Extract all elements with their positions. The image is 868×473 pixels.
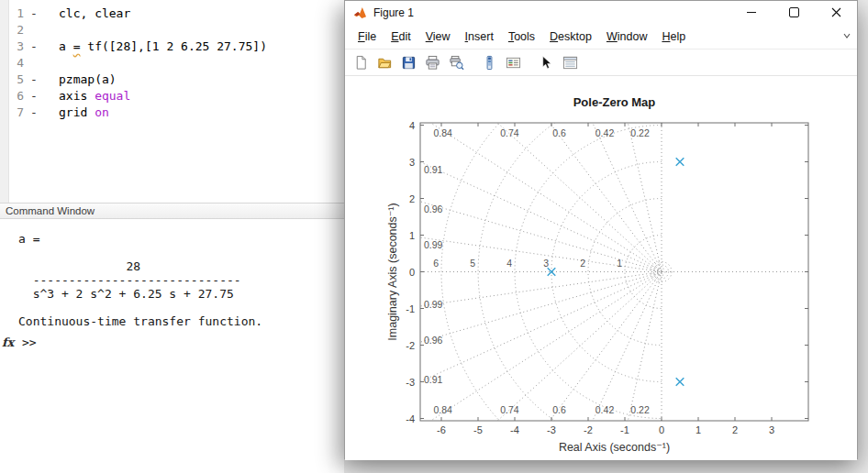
menu-file[interactable]: File bbox=[351, 28, 384, 46]
breakpoint-dash[interactable]: - bbox=[26, 88, 42, 104]
editor-line: 5-pzmap(a) bbox=[0, 72, 344, 88]
editor-line: 2 bbox=[0, 22, 344, 38]
menu-tools[interactable]: Tools bbox=[501, 28, 542, 46]
figure-menubar: FileEditViewInsertToolsDesktopWindowHelp bbox=[345, 24, 857, 50]
svg-text:4: 4 bbox=[409, 120, 415, 131]
svg-text:-2: -2 bbox=[406, 340, 415, 351]
line-number: 7 bbox=[0, 104, 26, 121]
svg-text:0.84: 0.84 bbox=[433, 404, 452, 415]
svg-text:0.6: 0.6 bbox=[552, 404, 566, 415]
command-window-output: a = 28 ----------------------------- s^3… bbox=[0, 220, 344, 328]
pole-marker bbox=[676, 158, 684, 166]
svg-text:0.22: 0.22 bbox=[630, 404, 650, 415]
svg-text:0.99: 0.99 bbox=[424, 239, 443, 250]
figure-window: Figure 1 FileEditViewInsertToolsDesktopW… bbox=[344, 0, 858, 459]
editor-line: 7-grid on bbox=[0, 104, 344, 121]
fx-icon[interactable]: fx bbox=[0, 336, 22, 349]
maximize-button[interactable] bbox=[773, 1, 815, 24]
svg-text:0.74: 0.74 bbox=[500, 127, 519, 138]
figure-toolbar bbox=[345, 50, 857, 76]
colorbar-icon[interactable] bbox=[478, 52, 500, 72]
menu-edit[interactable]: Edit bbox=[384, 28, 418, 46]
svg-text:1: 1 bbox=[696, 424, 701, 435]
svg-text:-6: -6 bbox=[437, 424, 446, 435]
code-editor[interactable]: 1-clc, clear23-a = tf([28],[1 2 6.25 27.… bbox=[0, 0, 344, 203]
line-number: 3 bbox=[0, 38, 26, 55]
menu-view[interactable]: View bbox=[418, 28, 458, 46]
open-folder-icon[interactable] bbox=[373, 52, 395, 72]
property-editor-icon[interactable] bbox=[559, 52, 581, 72]
breakpoint-dash[interactable]: - bbox=[26, 104, 42, 121]
print-preview-icon[interactable] bbox=[445, 52, 467, 72]
line-number: 1 bbox=[0, 6, 26, 22]
print-icon[interactable] bbox=[421, 52, 443, 72]
menu-overflow-icon[interactable] bbox=[842, 31, 851, 40]
maximize-icon bbox=[789, 7, 799, 17]
svg-text:3: 3 bbox=[543, 258, 549, 269]
minimize-button[interactable] bbox=[730, 1, 773, 24]
svg-text:1: 1 bbox=[617, 258, 622, 269]
pole-zero-plot: -6-5-4-3-2-10123-4-3-2-1012340.220.220.4… bbox=[345, 76, 857, 460]
svg-text:0.42: 0.42 bbox=[595, 404, 615, 415]
tick-marks bbox=[420, 123, 808, 421]
axes-box bbox=[420, 123, 808, 421]
svg-text:4: 4 bbox=[506, 258, 512, 269]
window-controls bbox=[730, 1, 857, 24]
line-number: 2 bbox=[0, 22, 26, 38]
code-text: clc, clear bbox=[42, 6, 130, 22]
svg-text:-2: -2 bbox=[584, 424, 593, 435]
svg-text:2: 2 bbox=[580, 258, 585, 269]
figure-title: Figure 1 bbox=[373, 6, 414, 19]
line-number: 5 bbox=[0, 72, 26, 88]
svg-text:0.99: 0.99 bbox=[424, 299, 443, 310]
command-window-title: Command Window bbox=[6, 205, 95, 216]
close-button[interactable] bbox=[815, 1, 857, 24]
svg-text:-1: -1 bbox=[620, 424, 629, 435]
y-axis-label: Imaginary Axis (seconds⁻¹) bbox=[386, 203, 399, 340]
editor-line: 6-axis equal bbox=[0, 88, 344, 104]
matlab-left-pane: 1-clc, clear23-a = tf([28],[1 2 6.25 27.… bbox=[0, 0, 344, 473]
menu-desktop[interactable]: Desktop bbox=[542, 28, 599, 46]
svg-text:0.42: 0.42 bbox=[595, 127, 615, 138]
command-window[interactable]: a = 28 ----------------------------- s^3… bbox=[0, 220, 344, 473]
editor-line: 3-a = tf([28],[1 2 6.25 27.75]) bbox=[0, 38, 344, 55]
command-prompt: >> bbox=[22, 336, 37, 349]
svg-text:6: 6 bbox=[433, 258, 439, 269]
svg-text:0: 0 bbox=[659, 424, 664, 435]
svg-text:0.84: 0.84 bbox=[433, 127, 452, 138]
command-window-header[interactable]: Command Window bbox=[0, 203, 344, 219]
menu-insert[interactable]: Insert bbox=[458, 28, 501, 46]
matlab-desktop: 1-clc, clear23-a = tf([28],[1 2 6.25 27.… bbox=[0, 0, 868, 473]
svg-text:0.74: 0.74 bbox=[500, 404, 519, 415]
legend-icon[interactable] bbox=[502, 52, 524, 72]
breakpoint-dash[interactable] bbox=[26, 22, 42, 38]
editor-lines: 1-clc, clear23-a = tf([28],[1 2 6.25 27.… bbox=[0, 0, 344, 121]
figure-canvas: -6-5-4-3-2-10123-4-3-2-1012340.220.220.4… bbox=[345, 76, 857, 460]
close-icon bbox=[831, 7, 841, 17]
code-text: pzmap(a) bbox=[42, 72, 117, 88]
svg-text:3: 3 bbox=[769, 424, 774, 435]
code-text: a = tf([28],[1 2 6.25 27.75]) bbox=[42, 38, 267, 55]
svg-text:0.96: 0.96 bbox=[424, 335, 443, 346]
editor-line: 4 bbox=[0, 55, 344, 72]
menu-help[interactable]: Help bbox=[654, 28, 693, 46]
breakpoint-dash[interactable] bbox=[26, 55, 42, 72]
pointer-icon[interactable] bbox=[535, 52, 557, 72]
svg-text:-5: -5 bbox=[473, 424, 483, 435]
svg-text:5: 5 bbox=[470, 258, 475, 269]
save-icon[interactable] bbox=[397, 52, 419, 72]
svg-text:0.91: 0.91 bbox=[424, 164, 443, 175]
new-document-icon[interactable] bbox=[350, 52, 372, 72]
breakpoint-dash[interactable]: - bbox=[26, 72, 42, 88]
svg-text:2: 2 bbox=[409, 193, 415, 204]
menu-window[interactable]: Window bbox=[599, 28, 654, 46]
x-axis-label: Real Axis (seconds⁻¹) bbox=[559, 441, 670, 454]
line-number: 4 bbox=[0, 55, 26, 72]
code-text bbox=[42, 55, 59, 72]
code-text bbox=[42, 22, 59, 38]
breakpoint-dash[interactable]: - bbox=[26, 38, 42, 55]
svg-text:3: 3 bbox=[409, 157, 415, 168]
figure-titlebar[interactable]: Figure 1 bbox=[345, 1, 857, 24]
breakpoint-dash[interactable]: - bbox=[26, 6, 42, 22]
svg-text:0.22: 0.22 bbox=[630, 127, 650, 138]
